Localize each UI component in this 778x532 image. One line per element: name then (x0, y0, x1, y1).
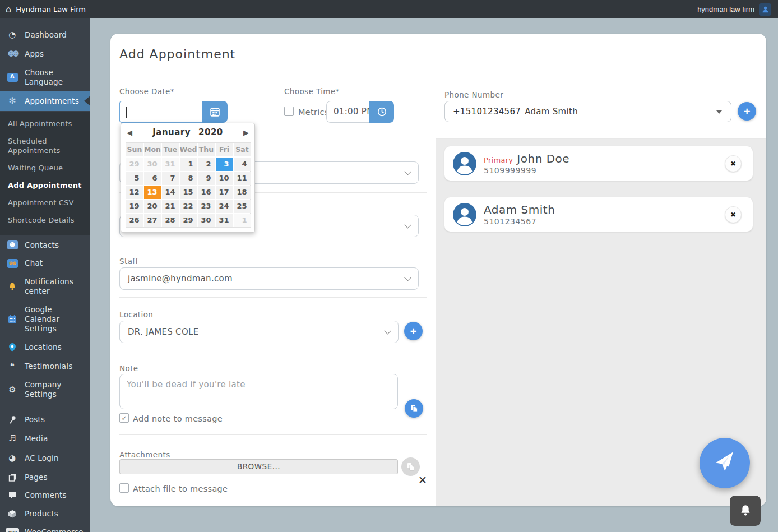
sidebar-item-media[interactable]: ♬ Media (0, 429, 90, 448)
calendar-day[interactable]: 29 (126, 158, 143, 171)
sidebar-item-posts[interactable]: Posts (0, 410, 90, 429)
calendar-day[interactable]: 20 (144, 200, 161, 213)
sidebar-item-products[interactable]: Products (0, 505, 90, 523)
calendar-day[interactable]: 14 (162, 186, 179, 199)
calendar-day[interactable]: 3 (216, 158, 233, 171)
account-menu[interactable]: hyndman law firm (697, 3, 771, 16)
add-location-button[interactable]: + (404, 322, 423, 340)
sidebar-item-google-calendar-settings[interactable]: Google Calendar Settings (0, 300, 90, 338)
sidebar-item-chat[interactable]: ☻☻ Chat (0, 254, 90, 272)
sidebar-item-comments[interactable]: Comments (0, 486, 90, 505)
submenu-item[interactable]: Appointment CSV (0, 195, 90, 212)
submenu-item[interactable]: Waiting Queue (0, 160, 90, 177)
submenu-item[interactable]: Add Appointment (0, 177, 90, 195)
sidebar-item-company-settings[interactable]: ⚙ Company Settings (0, 376, 90, 404)
calendar-day[interactable]: 4 (234, 158, 251, 171)
submenu-item[interactable]: All Appointments (0, 115, 90, 133)
send-button[interactable] (700, 438, 750, 488)
site-title-link[interactable]: ⌂ Hyndman Law Firm (6, 5, 86, 14)
phone-number-select[interactable]: +15101234567 Adam Smith (444, 101, 731, 122)
calendar-day[interactable]: 9 (198, 172, 215, 185)
calendar-day[interactable]: 31 (216, 214, 233, 227)
location-select[interactable]: DR. JAMES COLE (119, 321, 399, 343)
browse-button[interactable]: BROWSE... (119, 459, 398, 474)
home-icon: ⌂ (6, 5, 11, 14)
calendar-day[interactable]: 21 (162, 200, 179, 213)
next-month-icon[interactable]: ▶ (243, 128, 249, 137)
main-content: Add Appointment Choose Date* Choose Time… (90, 18, 778, 532)
calendar-day[interactable]: 12 (126, 186, 143, 199)
calendar-day[interactable]: 16 (198, 186, 215, 199)
calendar-day[interactable]: 19 (126, 200, 143, 213)
sidebar-item-apps[interactable]: ☻☻ Apps (0, 45, 90, 63)
calendar-day[interactable]: 30 (144, 158, 161, 171)
open-datepicker-button[interactable] (202, 101, 228, 123)
remove-contact-button[interactable]: ✖ (725, 206, 742, 223)
calendar-day[interactable]: 25 (234, 200, 251, 213)
submenu-item[interactable]: Scheduled Appointments (0, 133, 90, 160)
calendar-day[interactable]: 1 (180, 158, 197, 171)
calendar-weekday-row: SunMonTueWedThuFriSat (126, 142, 251, 156)
sidebar-item-locations[interactable]: Locations (0, 338, 90, 357)
metrics-label: Metrics (298, 108, 329, 117)
calendar-day[interactable]: 22 (180, 200, 197, 213)
submenu-item[interactable]: Shortcode Details (0, 212, 90, 229)
bell-icon (6, 282, 19, 291)
calendar-day[interactable]: 2 (198, 158, 215, 171)
remove-contact-button[interactable]: ✖ (725, 155, 742, 172)
calendar-day[interactable]: 8 (180, 172, 197, 185)
sidebar-item-woocommerce[interactable]: woo WooCommerce (0, 523, 90, 532)
add-note-checkbox[interactable] (119, 413, 129, 423)
sidebar-item-label: Company Settings (25, 380, 87, 399)
staff-select-value: jasmine@hyndman.com (128, 274, 233, 284)
calendar-day[interactable]: 18 (234, 186, 251, 199)
staff-select[interactable]: jasmine@hyndman.com (119, 267, 419, 290)
calendar-day[interactable]: 13 (144, 186, 161, 199)
calendar-day[interactable]: 5 (126, 172, 143, 185)
add-appointment-card: Add Appointment Choose Date* Choose Time… (110, 34, 766, 506)
sidebar-item-label: Products (25, 509, 58, 519)
add-phone-button[interactable]: + (738, 102, 756, 121)
calendar-day[interactable]: 10 (216, 172, 233, 185)
calendar-day[interactable]: 17 (216, 186, 233, 199)
calendar-day[interactable]: 6 (144, 172, 161, 185)
sidebar-item-label: Testimonials (25, 362, 73, 371)
calendar-day[interactable]: 30 (198, 214, 215, 227)
note-textarea[interactable]: You'll be dead if you're late (119, 374, 398, 409)
sidebar-item-notifications-center[interactable]: Notifications center (0, 272, 90, 300)
calendar-day[interactable]: 1 (234, 214, 251, 227)
calendar-day[interactable]: 23 (198, 200, 215, 213)
calendar-day[interactable]: 15 (180, 186, 197, 199)
close-icon[interactable]: ✕ (418, 474, 427, 486)
sidebar-item-pages[interactable]: Pages (0, 468, 90, 487)
calendar-day[interactable]: 24 (216, 200, 233, 213)
chevron-down-icon (384, 327, 391, 335)
weekday-label: Fri (216, 143, 233, 156)
calendar-day[interactable]: 11 (234, 172, 251, 185)
sidebar-item-dashboard[interactable]: ◔ Dashboard (0, 25, 90, 45)
calendar-day[interactable]: 29 (180, 214, 197, 227)
sidebar-item-ac-login[interactable]: ◕ AC Login (0, 448, 90, 468)
attach-file-checkbox[interactable] (119, 483, 129, 493)
date-input[interactable] (119, 101, 202, 123)
metrics-checkbox[interactable] (284, 107, 294, 116)
notifications-button[interactable] (730, 496, 761, 526)
time-input[interactable]: 01:00 PM (326, 101, 369, 123)
calendar-day[interactable]: 27 (144, 214, 161, 227)
login-icon: ◕ (6, 453, 19, 464)
prev-month-icon[interactable]: ◀ (127, 128, 132, 137)
weekday-label: Wed (180, 143, 197, 156)
calendar-day[interactable]: 31 (162, 158, 179, 171)
calendar-day[interactable]: 7 (162, 172, 179, 185)
calendar-day[interactable]: 28 (162, 214, 179, 227)
sidebar-item-testimonials[interactable]: ❝ Testimonials (0, 357, 90, 376)
sidebar-item-choose-language[interactable]: A Choose Language (0, 63, 90, 91)
note-template-button[interactable] (405, 399, 423, 418)
sidebar-item-label: Choose Language (25, 68, 87, 87)
sidebar-item-contacts[interactable]: ☻ Contacts (0, 236, 90, 255)
calendar-day[interactable]: 26 (126, 214, 143, 227)
sidebar-item-label: Pages (25, 473, 48, 482)
open-timepicker-button[interactable] (369, 101, 394, 123)
sidebar-item-appointments[interactable]: ✻ Appointments (0, 91, 90, 111)
sidebar-item-label: Chat (25, 258, 43, 268)
